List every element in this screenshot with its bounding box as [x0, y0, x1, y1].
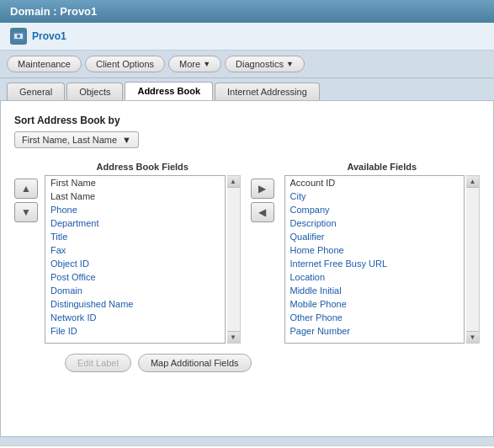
title-bar: Domain : Provo1	[0, 0, 494, 23]
diagnostics-arrow-icon: ▼	[286, 60, 294, 68]
available-field-list-item[interactable]: Mobile Phone	[285, 297, 465, 311]
move-down-button[interactable]: ▼	[14, 202, 38, 222]
available-fields-label: Available Fields	[284, 162, 481, 172]
more-arrow-icon: ▼	[203, 60, 210, 68]
address-book-list-item[interactable]: Object ID	[45, 257, 225, 270]
address-book-list-item[interactable]: Phone	[45, 203, 225, 216]
map-additional-fields-button[interactable]: Map Additional Fields	[138, 354, 252, 372]
available-field-list-item[interactable]: Account ID	[285, 176, 465, 189]
scroll-down-icon[interactable]: ▼	[227, 331, 240, 343]
address-book-list-item[interactable]: Fax	[45, 243, 225, 257]
address-book-list-item[interactable]: Post Office	[45, 270, 225, 284]
sort-section: Sort Address Book by First Name, Last Na…	[14, 115, 480, 148]
up-icon: ▲	[21, 183, 31, 195]
sort-label: Sort Address Book by	[14, 115, 480, 126]
move-left-button[interactable]: ◀	[251, 202, 274, 222]
sort-dropdown[interactable]: First Name, Last Name ▼	[14, 131, 139, 148]
address-book-list-item[interactable]: Network ID	[45, 311, 225, 324]
address-book-list-wrapper: First NameLast NamePhoneDepartmentTitleF…	[45, 175, 241, 344]
more-button[interactable]: More ▼	[168, 56, 221, 72]
svg-point-2	[17, 35, 20, 38]
tab-objects[interactable]: Objects	[66, 83, 123, 100]
content-area: Sort Address Book by First Name, Last Na…	[0, 100, 494, 437]
address-book-scrollbar[interactable]: ▲ ▼	[227, 175, 241, 344]
available-field-list[interactable]: Account IDCityCompanyDescriptionQualifie…	[284, 175, 465, 344]
address-book-fields-label: Address Book Fields	[45, 162, 241, 172]
av-scroll-up-icon[interactable]: ▲	[466, 176, 479, 188]
available-field-list-item[interactable]: City	[285, 189, 465, 203]
available-field-list-item[interactable]: Internet Free Busy URL	[285, 257, 465, 270]
av-scroll-down-icon[interactable]: ▼	[466, 331, 479, 343]
tab-address-book[interactable]: Address Book	[125, 82, 213, 100]
available-field-list-item[interactable]: Pager Number	[285, 324, 465, 338]
available-field-list-item[interactable]: Other Phone	[285, 311, 465, 324]
address-book-fields-panel: Address Book Fields First NameLast NameP…	[45, 162, 241, 344]
sort-dropdown-arrow-icon: ▼	[122, 135, 131, 145]
sort-selected: First Name, Last Name	[22, 135, 117, 145]
available-field-list-item[interactable]: Home Phone	[285, 243, 465, 257]
address-book-list-item[interactable]: Last Name	[45, 189, 225, 203]
tab-bar: General Objects Address Book Internet Ad…	[0, 78, 494, 100]
available-scrollbar[interactable]: ▲ ▼	[466, 175, 480, 344]
available-field-list-item[interactable]: Middle Initial	[285, 284, 465, 297]
top-nav: Maintenance Client Options More ▼ Diagno…	[0, 51, 494, 78]
updown-arrows: ▲ ▼	[14, 162, 38, 222]
address-book-list-item[interactable]: Domain	[45, 284, 225, 297]
available-list-wrapper: Account IDCityCompanyDescriptionQualifie…	[284, 175, 481, 344]
fields-row: ▲ ▼ Address Book Fields First NameLast N…	[14, 162, 480, 344]
transfer-arrows-panel: ▶ ◀	[247, 162, 278, 239]
address-book-list-item[interactable]: First Name	[45, 176, 225, 189]
domain-icon	[10, 28, 27, 45]
available-field-list-item[interactable]: Qualifier	[285, 230, 465, 243]
client-options-button[interactable]: Client Options	[85, 56, 165, 72]
address-book-list-item[interactable]: Department	[45, 216, 225, 230]
left-arrow-icon: ◀	[258, 206, 266, 218]
address-book-list-item[interactable]: File ID	[45, 324, 225, 338]
bottom-actions: Edit Label Map Additional Fields	[14, 354, 480, 372]
edit-label-button[interactable]: Edit Label	[65, 354, 131, 372]
move-right-button[interactable]: ▶	[251, 179, 274, 199]
down-icon: ▼	[21, 206, 31, 218]
title-text: Domain : Provo1	[10, 5, 97, 18]
available-field-list-item[interactable]: Location	[285, 270, 465, 284]
domain-header: Provo1	[0, 23, 494, 51]
scroll-up-icon[interactable]: ▲	[227, 176, 240, 188]
available-field-list-item[interactable]: Description	[285, 216, 465, 230]
tab-general[interactable]: General	[7, 83, 65, 100]
address-book-list-item[interactable]: Title	[45, 230, 225, 243]
available-field-list-item[interactable]: Company	[285, 203, 465, 216]
tab-internet-addressing[interactable]: Internet Addressing	[215, 83, 320, 100]
domain-name[interactable]: Provo1	[32, 30, 66, 42]
right-arrow-icon: ▶	[258, 183, 266, 195]
address-book-list-item[interactable]: Distinguished Name	[45, 297, 225, 311]
move-up-button[interactable]: ▲	[14, 179, 38, 199]
diagnostics-button[interactable]: Diagnostics ▼	[225, 56, 305, 72]
address-book-field-list[interactable]: First NameLast NamePhoneDepartmentTitleF…	[45, 175, 226, 344]
maintenance-button[interactable]: Maintenance	[7, 56, 82, 72]
available-fields-panel: Available Fields Account IDCityCompanyDe…	[284, 162, 481, 344]
